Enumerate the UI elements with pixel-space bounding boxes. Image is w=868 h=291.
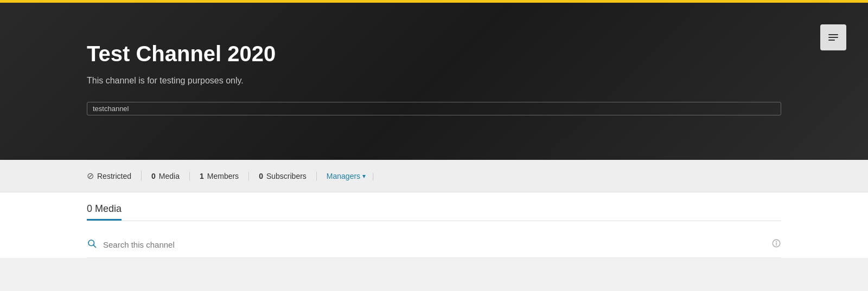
media-tab-section: 0 Media: [87, 192, 781, 221]
members-label: Members: [207, 172, 239, 180]
restricted-stat: ⊘ Restricted: [87, 171, 142, 181]
restricted-icon: ⊘: [87, 171, 94, 181]
managers-dropdown[interactable]: Managers ▾ |: [317, 172, 374, 180]
edit-button[interactable]: [820, 24, 846, 50]
hero-section: Test Channel 2020 This channel is for te…: [0, 3, 868, 160]
members-count: 1: [200, 172, 204, 180]
channel-title: Test Channel 2020: [87, 42, 781, 66]
members-stat: 1 Members: [190, 172, 249, 180]
info-icon[interactable]: [771, 238, 781, 251]
edit-lines-icon: [827, 31, 840, 44]
media-label: Media: [159, 172, 180, 180]
channel-tag: testchannel: [87, 102, 781, 115]
subscribers-stat: 0 Subscribers: [249, 172, 317, 180]
managers-label: Managers: [327, 172, 360, 180]
svg-line-4: [93, 245, 95, 247]
stats-bar: ⊘ Restricted 0 Media 1 Members 0 Subscri…: [0, 160, 868, 192]
chevron-down-icon: ▾: [362, 172, 366, 180]
media-count: 0: [151, 172, 156, 180]
tab-divider: [87, 221, 781, 221]
channel-description: This channel is for testing purposes onl…: [87, 76, 781, 86]
restricted-label: Restricted: [97, 172, 131, 180]
search-icon: [87, 238, 97, 251]
svg-point-7: [776, 242, 777, 242]
pipe-divider: |: [372, 172, 374, 180]
content-section: 0 Media: [0, 192, 868, 258]
subscribers-count: 0: [259, 172, 263, 180]
search-input[interactable]: [103, 240, 771, 249]
search-section: [87, 232, 781, 258]
media-stat: 0 Media: [142, 172, 190, 180]
media-tab-title[interactable]: 0 Media: [87, 203, 122, 221]
subscribers-label: Subscribers: [266, 172, 307, 180]
